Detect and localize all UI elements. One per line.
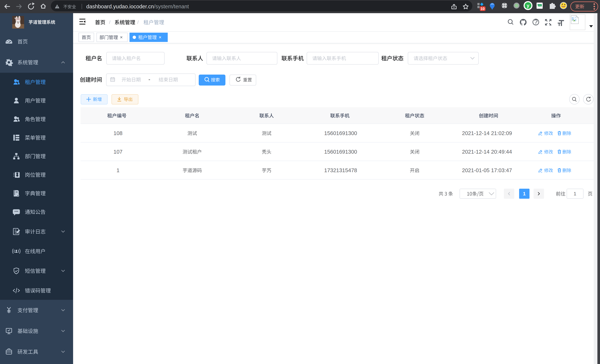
svg-text:107: 107 bbox=[113, 149, 122, 155]
svg-text:/: / bbox=[137, 19, 139, 25]
svg-text:2021-01-05 17:03:47: 2021-01-05 17:03:47 bbox=[462, 167, 512, 173]
svg-text:17321315478: 17321315478 bbox=[324, 167, 357, 173]
svg-text:1: 1 bbox=[574, 191, 576, 196]
svg-text:-: - bbox=[149, 76, 150, 82]
svg-text:/: / bbox=[109, 19, 111, 25]
svg-text:1: 1 bbox=[523, 191, 525, 196]
svg-text:2021-12-14 20:49:44: 2021-12-14 20:49:44 bbox=[462, 149, 512, 155]
svg-text:2021-12-14 21:02:09: 2021-12-14 21:02:09 bbox=[462, 130, 512, 136]
svg-text:108: 108 bbox=[113, 130, 122, 136]
svg-text:10: 10 bbox=[480, 7, 485, 11]
svg-text:1: 1 bbox=[116, 167, 120, 173]
svg-text:15601691300: 15601691300 bbox=[324, 130, 357, 136]
svg-text:y: y bbox=[527, 3, 529, 8]
svg-text:15601691300: 15601691300 bbox=[324, 149, 357, 155]
svg-text:dashboard.yudao.iocoder.cn/sys: dashboard.yudao.iocoder.cn/system/tenant bbox=[86, 3, 189, 9]
